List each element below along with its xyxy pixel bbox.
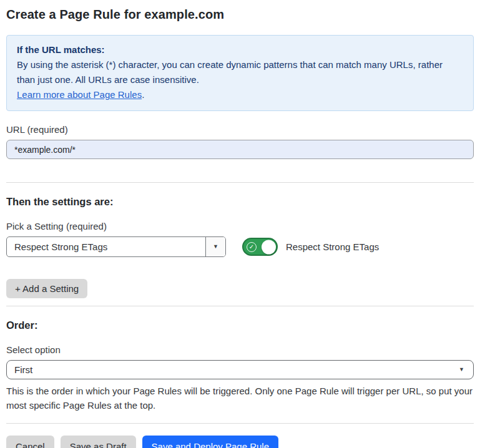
order-select-label: Select option (6, 344, 474, 355)
setting-select-arrow-button[interactable]: ▼ (205, 237, 225, 256)
save-as-draft-button[interactable]: Save as Draft (61, 436, 136, 448)
url-input[interactable] (6, 140, 474, 159)
setting-select-value: Respect Strong ETags (7, 237, 205, 256)
url-field-label: URL (required) (6, 124, 474, 135)
learn-more-link[interactable]: Learn more about Page Rules (17, 89, 142, 100)
url-match-info-box: If the URL matches: By using the asteris… (6, 35, 474, 111)
save-and-deploy-button[interactable]: Save and Deploy Page Rule (142, 436, 278, 448)
create-page-rule-form: Create a Page Rule for example.com If th… (0, 0, 480, 448)
info-box-heading: If the URL matches: (17, 42, 463, 57)
setting-toggle-label: Respect Strong ETags (286, 241, 379, 252)
order-select[interactable]: First ▼ (6, 360, 474, 379)
setting-toggle[interactable]: ✓ (242, 238, 278, 256)
setting-select[interactable]: Respect Strong ETags ▼ (6, 236, 226, 257)
settings-section-heading: Then the settings are: (6, 196, 474, 208)
order-section-heading: Order: (6, 319, 474, 331)
footer-actions: Cancel Save as Draft Save and Deploy Pag… (6, 436, 474, 448)
order-help-text: This is the order in which your Page Rul… (6, 384, 474, 412)
info-box-body: By using the asterisk (*) character, you… (17, 57, 463, 87)
info-box-link-line: Learn more about Page Rules. (17, 87, 463, 102)
link-suffix: . (142, 89, 144, 100)
chevron-down-icon: ▼ (213, 244, 218, 250)
page-title: Create a Page Rule for example.com (6, 7, 474, 22)
chevron-down-icon: ▼ (459, 367, 464, 373)
divider (6, 182, 474, 183)
toggle-knob (262, 240, 276, 254)
add-setting-button[interactable]: + Add a Setting (6, 279, 87, 298)
divider (6, 306, 474, 306)
setting-row: Respect Strong ETags ▼ ✓ Respect Strong … (6, 236, 474, 257)
check-icon: ✓ (247, 242, 257, 252)
pick-setting-label: Pick a Setting (required) (6, 221, 474, 231)
cancel-button[interactable]: Cancel (6, 436, 54, 448)
divider (6, 423, 474, 424)
order-select-value: First (14, 364, 459, 375)
